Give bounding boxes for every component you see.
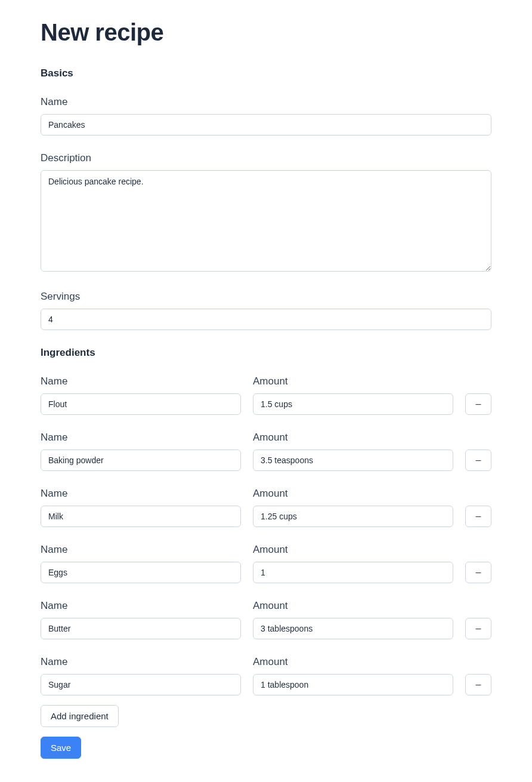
servings-label: Servings xyxy=(41,291,491,303)
ingredient-name-input[interactable] xyxy=(41,618,241,639)
ingredient-row: NameAmount– xyxy=(41,544,491,583)
ingredient-name-label: Name xyxy=(41,544,241,556)
page-title: New recipe xyxy=(41,19,491,46)
description-label: Description xyxy=(41,152,491,164)
save-button[interactable]: Save xyxy=(41,737,81,759)
name-input[interactable] xyxy=(41,114,491,136)
ingredient-amount-label: Amount xyxy=(253,375,453,387)
ingredient-amount-input[interactable] xyxy=(253,674,453,695)
description-input[interactable]: Delicious pancake recipe. xyxy=(41,170,491,272)
ingredient-name-input[interactable] xyxy=(41,562,241,583)
ingredient-name-input[interactable] xyxy=(41,450,241,471)
ingredient-amount-label: Amount xyxy=(253,432,453,444)
basics-section: Basics Name Description Delicious pancak… xyxy=(41,67,491,330)
ingredient-name-label: Name xyxy=(41,488,241,500)
ingredient-amount-input[interactable] xyxy=(253,618,453,639)
ingredient-name-input[interactable] xyxy=(41,393,241,415)
remove-ingredient-button[interactable]: – xyxy=(465,450,491,471)
ingredient-amount-input[interactable] xyxy=(253,562,453,583)
ingredient-name-input[interactable] xyxy=(41,506,241,527)
ingredient-amount-input[interactable] xyxy=(253,393,453,415)
remove-ingredient-button[interactable]: – xyxy=(465,674,491,695)
ingredient-name-input[interactable] xyxy=(41,674,241,695)
remove-ingredient-button[interactable]: – xyxy=(465,393,491,415)
ingredient-amount-label: Amount xyxy=(253,600,453,612)
ingredient-amount-input[interactable] xyxy=(253,450,453,471)
ingredient-amount-input[interactable] xyxy=(253,506,453,527)
ingredients-section: Ingredients NameAmount–NameAmount–NameAm… xyxy=(41,347,491,727)
ingredient-name-label: Name xyxy=(41,432,241,444)
remove-ingredient-button[interactable]: – xyxy=(465,506,491,527)
ingredient-row: NameAmount– xyxy=(41,432,491,471)
ingredient-amount-label: Amount xyxy=(253,488,453,500)
servings-input[interactable] xyxy=(41,309,491,330)
ingredient-row: NameAmount– xyxy=(41,656,491,695)
name-label: Name xyxy=(41,96,491,108)
basics-heading: Basics xyxy=(41,67,491,79)
ingredient-name-label: Name xyxy=(41,375,241,387)
remove-ingredient-button[interactable]: – xyxy=(465,562,491,583)
ingredient-name-label: Name xyxy=(41,656,241,668)
ingredient-row: NameAmount– xyxy=(41,488,491,527)
remove-ingredient-button[interactable]: – xyxy=(465,618,491,639)
ingredient-row: NameAmount– xyxy=(41,375,491,415)
ingredient-amount-label: Amount xyxy=(253,656,453,668)
add-ingredient-button[interactable]: Add ingredient xyxy=(41,705,119,727)
ingredient-row: NameAmount– xyxy=(41,600,491,639)
ingredients-heading: Ingredients xyxy=(41,347,491,359)
ingredient-name-label: Name xyxy=(41,600,241,612)
ingredient-amount-label: Amount xyxy=(253,544,453,556)
